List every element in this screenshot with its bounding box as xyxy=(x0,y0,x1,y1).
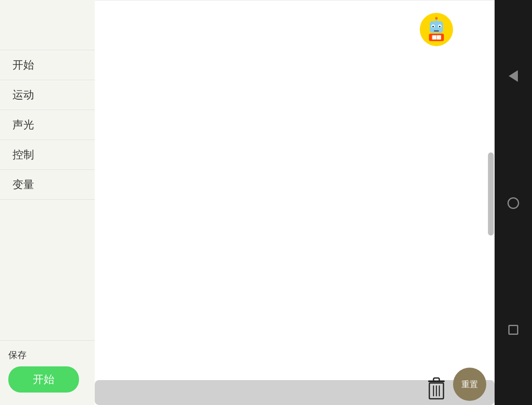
svg-rect-12 xyxy=(437,35,441,39)
reset-button[interactable]: 重置 xyxy=(453,368,486,401)
svg-point-4 xyxy=(432,26,434,27)
svg-rect-15 xyxy=(433,378,439,381)
sidebar-item-sound-light[interactable]: 声光 xyxy=(0,110,95,140)
sidebar-item-start[interactable]: 开始 xyxy=(0,50,95,80)
sidebar-bottom: 保存 开始 xyxy=(0,340,95,405)
sidebar-item-control[interactable]: 控制 xyxy=(0,140,95,170)
start-button[interactable]: 开始 xyxy=(8,366,79,393)
sidebar-item-variable[interactable]: 变量 xyxy=(0,170,95,200)
svg-point-8 xyxy=(435,17,438,20)
svg-point-5 xyxy=(439,26,441,27)
robot-avatar xyxy=(420,13,453,46)
svg-rect-11 xyxy=(432,35,436,39)
recents-square-icon xyxy=(508,325,518,335)
sidebar-item-motion[interactable]: 运动 xyxy=(0,80,95,110)
sidebar-menu: 开始运动声光控制变量 xyxy=(0,0,95,340)
save-label: 保存 xyxy=(8,349,86,361)
scrollbar-track[interactable] xyxy=(487,0,495,380)
robot-svg xyxy=(423,16,450,43)
sidebar: 开始运动声光控制变量 保存 开始 xyxy=(0,0,95,405)
home-nav-icon[interactable] xyxy=(507,197,519,209)
recents-nav-icon[interactable] xyxy=(508,325,518,335)
scrollbar-thumb xyxy=(488,152,494,236)
trash-svg xyxy=(426,377,447,400)
trash-icon[interactable] xyxy=(426,377,447,402)
main-content: 重置 xyxy=(95,0,495,405)
back-nav-icon[interactable] xyxy=(509,70,518,82)
nav-panel xyxy=(495,0,532,405)
back-triangle-icon xyxy=(509,70,518,82)
home-circle-icon xyxy=(507,197,519,209)
svg-rect-6 xyxy=(434,30,439,32)
